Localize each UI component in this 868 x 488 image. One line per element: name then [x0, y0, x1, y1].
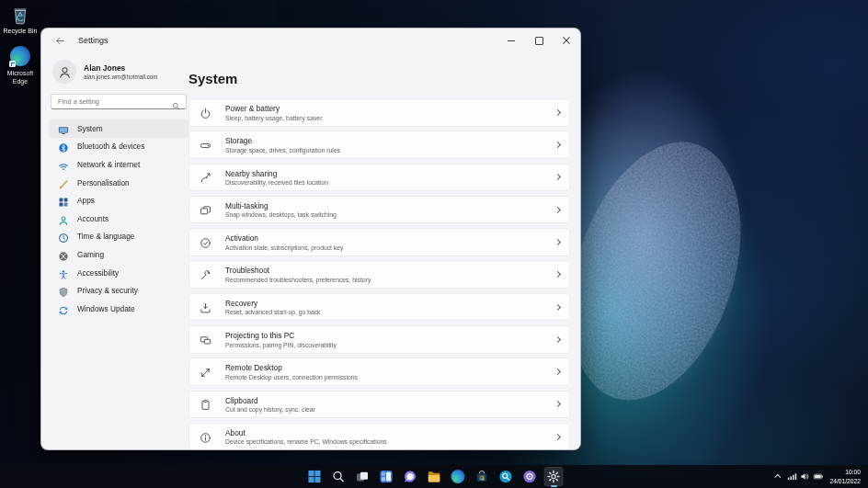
card-nearby-sharing[interactable]: Nearby sharingDiscoverability, received … [188, 164, 570, 192]
taskbar-clock[interactable]: 10:00 24/01/2022 [830, 468, 861, 484]
back-button[interactable] [47, 30, 73, 51]
search-app-icon[interactable] [497, 467, 516, 486]
recycle-bin-shortcut[interactable]: Recycle Bin [0, 4, 40, 36]
widgets-icon[interactable] [377, 467, 396, 486]
microsoft-edge-shortcut[interactable]: Microsoft Edge [0, 46, 40, 86]
clipboard-icon [200, 398, 211, 410]
close-button[interactable] [553, 28, 580, 52]
sidebar-item-privacy-security[interactable]: Privacy & security [49, 281, 188, 300]
power-icon [200, 107, 211, 119]
settings-taskbar-icon[interactable] [544, 467, 564, 486]
card-activation[interactable]: ActivationActivation state, subscription… [188, 228, 570, 256]
sidebar-item-time-language[interactable]: Time & language [49, 228, 188, 246]
network-icon [787, 471, 797, 482]
network-icon [58, 159, 69, 170]
sidebar-item-accounts[interactable]: Accounts [49, 210, 188, 228]
user-email: alan.jones.wm@hotmail.com [84, 74, 158, 80]
bluetooth-icon [58, 141, 69, 152]
sidebar-item-windows-update[interactable]: Windows Update [49, 300, 188, 318]
recovery-icon [200, 301, 211, 313]
battery-icon [813, 471, 824, 482]
taskbar-search-icon[interactable] [329, 467, 348, 486]
sidebar-item-apps[interactable]: Apps [49, 191, 188, 210]
search-box [51, 94, 187, 109]
accounts-icon [58, 213, 69, 224]
desktop: Recycle Bin Microsoft Edge Settings [0, 0, 868, 488]
microsoft-store-icon[interactable] [473, 467, 492, 486]
card-projecting[interactable]: Projecting to this PCPermissions, pairin… [188, 325, 570, 354]
chevron-right-icon [554, 271, 561, 278]
card-remote-desktop[interactable]: Remote DesktopRemote Desktop users, conn… [188, 357, 570, 386]
start-button[interactable] [305, 467, 325, 486]
sidebar-item-personalisation[interactable]: Personalisation [49, 174, 188, 192]
file-explorer-icon[interactable] [425, 467, 444, 486]
personalisation-icon [58, 177, 69, 188]
avatar [52, 60, 76, 84]
sidebar-item-system[interactable]: System [49, 119, 188, 138]
time-language-icon [58, 231, 69, 242]
windows-update-icon [58, 303, 69, 314]
projecting-icon [200, 334, 211, 346]
sidebar-nav: System Bluetooth & devices Network & int… [49, 119, 188, 318]
chevron-right-icon [554, 239, 561, 245]
storage-icon [200, 139, 211, 151]
chevron-right-icon [554, 142, 561, 148]
sidebar-item-network-internet[interactable]: Network & internet [49, 155, 188, 174]
chevron-right-icon [554, 303, 561, 310]
accessibility-icon [58, 267, 69, 278]
activation-icon [200, 236, 211, 248]
tray-date: 24/01/2022 [830, 477, 861, 485]
user-name: Alan Jones [84, 63, 158, 73]
chevron-right-icon [554, 434, 561, 440]
tray-time: 10:00 [830, 468, 861, 476]
chevron-right-icon [554, 336, 561, 343]
card-recovery[interactable]: RecoveryReset, advanced start-up, go bac… [188, 293, 570, 322]
chevron-right-icon [554, 207, 561, 213]
chat-icon[interactable] [401, 467, 420, 486]
maximize-button[interactable] [525, 28, 553, 52]
window-title: Settings [78, 36, 108, 45]
recycle-bin-icon [9, 4, 31, 26]
desktop-icon-label: Microsoft Edge [0, 70, 40, 86]
window-titlebar: Settings [41, 28, 580, 52]
nearby-sharing-icon [200, 171, 211, 183]
desktop-icon-label: Recycle Bin [0, 28, 40, 36]
card-storage[interactable]: StorageStorage space, drives, configurat… [188, 131, 570, 159]
card-clipboard[interactable]: ClipboardCut and copy history, sync, cle… [188, 391, 570, 419]
sidebar-item-accessibility[interactable]: Accessibility [49, 264, 188, 282]
chevron-right-icon [554, 109, 561, 116]
remote-desktop-icon [200, 366, 211, 378]
user-account-header: Alan Jones alan.jones.wm@hotmail.com [52, 60, 188, 84]
sidebar-item-gaming[interactable]: Gaming [49, 245, 188, 264]
card-troubleshoot[interactable]: TroubleshootRecommended troubleshooters,… [188, 260, 570, 289]
chevron-right-icon [554, 174, 561, 180]
multitasking-icon [200, 204, 211, 216]
gaming-icon [58, 249, 69, 260]
edge-icon [9, 46, 31, 68]
system-icon [58, 123, 69, 134]
minimize-button[interactable] [497, 28, 525, 52]
card-about[interactable]: AboutDevice specifications, rename PC, W… [188, 423, 570, 450]
search-input[interactable] [51, 97, 160, 106]
chevron-right-icon [554, 401, 561, 407]
sidebar-item-bluetooth-devices[interactable]: Bluetooth & devices [49, 138, 188, 156]
card-multi-tasking[interactable]: Multi-taskingSnap windows, desktops, tas… [188, 196, 570, 224]
card-power-battery[interactable]: Power & batterySleep, battery usage, bat… [188, 98, 570, 127]
task-view-icon[interactable] [353, 467, 372, 486]
volume-icon [800, 471, 810, 482]
settings-card-list: Power & batterySleep, battery usage, bat… [188, 98, 570, 450]
settings-window: Settings Alan Jones alan.jones.wm@hotmai… [40, 28, 581, 450]
privacy-security-icon [58, 285, 69, 296]
taskbar: 10:00 24/01/2022 [0, 465, 868, 488]
settings-sidebar: Alan Jones alan.jones.wm@hotmail.com Sys… [49, 52, 188, 449]
chevron-right-icon [554, 369, 561, 375]
troubleshoot-icon [200, 268, 211, 280]
search-icon [172, 97, 180, 114]
about-icon [200, 431, 211, 443]
page-title: System [188, 71, 570, 86]
edge-taskbar-icon[interactable] [449, 467, 468, 486]
system-tray: 10:00 24/01/2022 [776, 465, 861, 488]
network-volume-battery-cluster[interactable] [787, 471, 824, 482]
tray-overflow-chevron-icon[interactable] [774, 474, 781, 481]
media-app-icon[interactable] [520, 467, 540, 486]
